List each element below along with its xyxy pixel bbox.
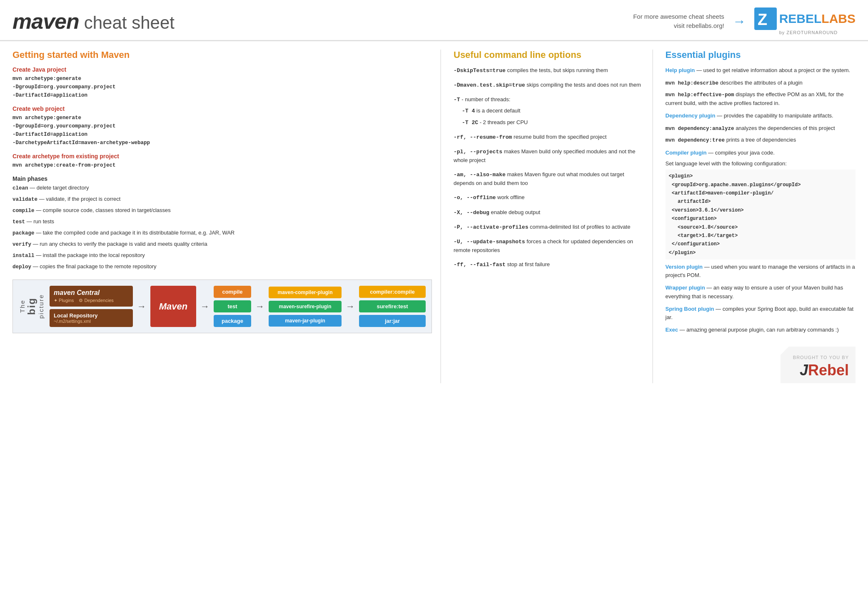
wrapper-plugin: Wrapper plugin — an easy way to ensure a…	[666, 284, 856, 300]
version-plugin: Version plugin — used when you want to m…	[666, 263, 856, 280]
left-boxes: maven Central ✦ Plugins ⚙ Dependencies L…	[50, 286, 133, 327]
resume-option: -rf, --resume-from resume build from the…	[454, 133, 644, 142]
skip-tests-param: -DskipTests=true	[454, 67, 506, 74]
t2c-param: -T 2C	[462, 120, 478, 126]
diagram-row: maven Central ✦ Plugins ⚙ Dependencies L…	[50, 286, 426, 327]
create-archetype-label: Create archetype from existing project	[12, 153, 432, 160]
phase-test: test — run tests	[12, 217, 432, 226]
big-picture-diagram: The big picture maven Central ✦ Plugins …	[12, 280, 432, 333]
promo-text: For more awesome cheat sheetsvisit rebel…	[633, 12, 724, 31]
big-word: big	[26, 298, 37, 315]
spring-boot-plugin: Spring Boot plugin — compiles your Sprin…	[666, 305, 856, 322]
page-header: maven cheat sheet For more awesome cheat…	[0, 0, 868, 41]
plugins-deps-label: ✦ Plugins ⚙ Dependencies	[54, 298, 129, 303]
essential-plugins-column: Essential plugins Help plugin — used to …	[661, 50, 856, 383]
wrapper-plugin-name: Wrapper plugin	[666, 285, 705, 291]
projects-param: -pl, --projects	[454, 149, 502, 155]
arrow-icon: →	[733, 14, 746, 29]
version-plugin-name: Version plugin	[666, 264, 703, 270]
threads-param: -T	[454, 97, 460, 103]
header-title-group: maven cheat sheet	[12, 9, 175, 34]
brought-by-text: BROUGHT TO YOU BY	[793, 355, 849, 360]
also-make-param: -am, --also-make	[454, 172, 506, 178]
maven-central-title: maven Central	[54, 289, 129, 297]
test-phase-box: test	[214, 300, 251, 312]
arrow-to-maven: →	[135, 286, 148, 327]
debug-option: -X, --debug enable debug output	[454, 208, 644, 217]
essential-plugins-title: Essential plugins	[666, 50, 856, 60]
main-layout: Getting started with Maven Create Java p…	[0, 41, 868, 383]
compiler-plugin-box: maven-compiler-plugin	[269, 287, 342, 298]
local-repo-path: ~/.m2/settings.xml	[54, 319, 129, 324]
getting-started-column: Getting started with Maven Create Java p…	[12, 50, 441, 383]
jar-plugin-box: maven-jar-plugin	[269, 315, 342, 327]
create-java-label: Create Java project	[12, 66, 432, 73]
create-archetype-code: mvn archetype:create-from-project	[12, 161, 432, 170]
jrebel-corner: BROUGHT TO YOU BY JRebel	[666, 347, 856, 383]
results-column: compiler:compile surefire:test jar:jar	[359, 286, 426, 327]
phase-install: install — install the package into the l…	[12, 251, 432, 260]
arrow-to-plugins: →	[254, 286, 266, 327]
jar-jar-result: jar:jar	[359, 315, 426, 327]
offline-option: -o, --offline work offline	[454, 193, 644, 202]
threads-option: -T - number of threads: -T 4 is a decent…	[454, 95, 644, 127]
also-make-option: -am, --also-make makes Maven figure out …	[454, 170, 644, 187]
arrow-to-phases: →	[199, 286, 211, 327]
big-picture-label: The big picture	[19, 286, 45, 327]
phase-validate: validate — validate, if the project is c…	[12, 195, 432, 204]
profiles-option: -P, --activate-profiles comma-delimited …	[454, 223, 644, 232]
resume-param: -rf, --resume-from	[454, 134, 512, 140]
the-word: The	[19, 300, 26, 313]
jrebel-logo: JRebel	[793, 362, 849, 379]
phase-package: package — take the compiled code and pac…	[12, 229, 432, 237]
cheat-sheet-label: cheat sheet	[84, 13, 175, 33]
profiles-param: -P, --activate-profiles	[454, 224, 528, 230]
local-repo-title: Local Repository	[54, 312, 129, 319]
main-phases-label: Main phases	[12, 175, 432, 182]
skip-compile-param: -Dmaven.test.skip=true	[454, 82, 525, 88]
rebel-text: REBEL	[779, 12, 822, 25]
local-repo-box: Local Repository ~/.m2/settings.xml	[50, 309, 133, 327]
rebel-z-icon: Z	[754, 7, 777, 30]
arrow-to-results: →	[344, 286, 357, 327]
phase-deploy: deploy — copies the final package to the…	[12, 262, 432, 271]
surefire-test-result: surefire:test	[359, 300, 426, 312]
picture-word: picture	[37, 294, 45, 319]
help-plugin-name: Help plugin	[666, 67, 695, 73]
create-web-label: Create web project	[12, 105, 432, 112]
getting-started-title: Getting started with Maven	[12, 50, 432, 60]
dependency-plugin: Dependency plugin — provides the capabil…	[666, 112, 856, 120]
svg-text:Z: Z	[758, 11, 767, 28]
phase-clean: clean — delete target directory	[12, 184, 432, 192]
compiler-compile-result: compiler:compile	[359, 286, 426, 298]
update-snapshots-param: -U, --update-snapshots	[454, 239, 525, 245]
rebel-labs-logo: Z REBELLABS by ZEROTURNAROUND	[754, 7, 856, 35]
create-java-code: mvn archetype:generate-DgroupId=org.your…	[12, 75, 432, 100]
command-line-title: Useful command line options	[454, 50, 644, 60]
fail-fast-option: -ff, --fail-fast stop at first failure	[454, 260, 644, 269]
diagram-body: maven Central ✦ Plugins ⚙ Dependencies L…	[50, 286, 426, 327]
phase-verify: verify — run any checks to verify the pa…	[12, 240, 432, 249]
plugins-column: maven-compiler-plugin maven-surefire-plu…	[269, 286, 342, 327]
dependency-analyze-cmd: mvn dependency:analyze	[666, 126, 734, 132]
compiler-plugin-name: Compiler plugin	[666, 150, 707, 156]
exec-plugin: Exec — amazing general purpose plugin, c…	[666, 326, 856, 334]
dependency-plugin-name: Dependency plugin	[666, 112, 716, 119]
command-line-column: Useful command line options -DskipTests=…	[449, 50, 653, 383]
spring-boot-plugin-name: Spring Boot plugin	[666, 306, 714, 312]
by-zero-text: by ZEROTURNAROUND	[779, 30, 838, 35]
header-right: For more awesome cheat sheetsvisit rebel…	[633, 7, 856, 35]
compiler-plugin-code: <plugin> <groupId>org.apache.maven.plugi…	[666, 170, 856, 260]
phases-list: clean — delete target directory validate…	[12, 184, 432, 271]
t4-param: -T 4	[462, 108, 475, 114]
update-snapshots-option: -U, --update-snapshots forces a check fo…	[454, 237, 644, 255]
create-web-code: mvn archetype:generate-DgroupId=org.your…	[12, 114, 432, 147]
phases-column: compile test package	[214, 286, 251, 327]
dependency-tree-cmd: mvn dependency:tree	[666, 137, 725, 143]
skip-compile-option: -Dmaven.test.skip=true skips compiling t…	[454, 81, 644, 90]
projects-option: -pl, --projects makes Maven build only s…	[454, 147, 644, 165]
help-effective-pom-cmd: mvn help:effective-pom	[666, 92, 734, 98]
help-plugin: Help plugin — used to get relative infor…	[666, 66, 856, 75]
exec-plugin-name: Exec	[666, 327, 678, 333]
maven-logo-text: maven	[12, 9, 79, 34]
